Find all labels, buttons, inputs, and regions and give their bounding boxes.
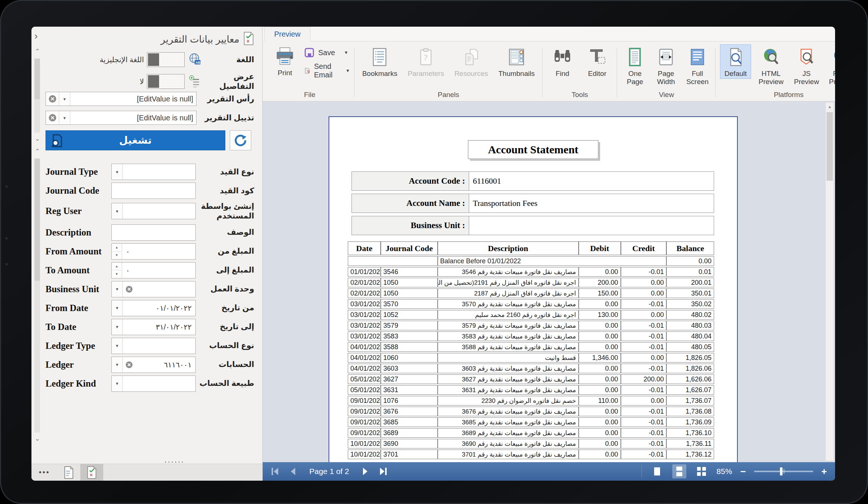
single-page-view-button[interactable] — [650, 464, 664, 478]
business-unit-combo[interactable]: ▾ — [111, 281, 196, 297]
next-page-button[interactable] — [362, 467, 368, 476]
js-preview-button[interactable]: JS Preview — [791, 44, 822, 87]
previous-page-button[interactable] — [290, 467, 296, 476]
clear-value-icon[interactable] — [46, 92, 59, 106]
panel-resize-grip[interactable]: ...... — [164, 458, 185, 461]
editor-button[interactable]: Editor — [582, 44, 613, 79]
scroll-up-icon[interactable]: ⌃ — [35, 47, 40, 55]
scroll-down-icon[interactable]: ⌄ — [35, 435, 40, 443]
find-button[interactable]: Find — [547, 44, 578, 79]
zoom-slider[interactable] — [754, 471, 813, 472]
last-page-button[interactable] — [379, 467, 387, 476]
to-date-picker[interactable]: ▾٣١/٠١/٢٠٢٢ — [111, 319, 196, 335]
scroll-up-icon[interactable]: ▲ — [826, 103, 834, 111]
thumbnails-button[interactable]: Thumbnails — [495, 44, 538, 79]
journal-type-ar-label: نوع القيد — [199, 167, 254, 177]
chevron-down-icon[interactable]: ▾ — [112, 319, 123, 335]
zoom-slider-thumb[interactable] — [780, 467, 783, 475]
chevron-down-icon[interactable]: ▼ — [346, 68, 350, 73]
flash-preview-button[interactable]: Flash Preview — [826, 44, 835, 87]
cell-date: 03/01/2022 — [348, 331, 381, 341]
from-amount-row: From Amount ▲▼٠ المبلغ من — [46, 243, 254, 260]
cell-description: مصاريف نقل فاتورة مبيعات نقدية رقم 3583 — [438, 331, 579, 341]
chevron-down-icon[interactable]: ▾ — [112, 300, 123, 316]
chevron-down-icon[interactable]: ▾ — [59, 92, 70, 106]
cell-credit: -0.01 — [621, 428, 667, 438]
tab-preview[interactable]: Preview — [264, 27, 310, 41]
report-footer-editor[interactable]: ▾ [EditValue is null] — [46, 111, 196, 125]
run-report-button[interactable]: تشغيل — [46, 130, 225, 150]
show-details-toggle[interactable] — [147, 74, 185, 89]
from-date-picker[interactable]: ▾٠١/٠١/٢٠٢٢ — [111, 300, 196, 316]
multi-page-view-button[interactable] — [694, 464, 709, 478]
chevron-down-icon[interactable]: ▾ — [112, 357, 123, 373]
to-amount-spinner[interactable]: ▲▼٠ — [111, 262, 196, 278]
chevron-down-icon[interactable]: ▼ — [344, 50, 349, 55]
cell-balance: 1,626.06 — [666, 374, 714, 384]
full-screen-button[interactable]: Full Screen — [684, 44, 711, 87]
bookmarks-button[interactable]: Bookmarks — [359, 44, 401, 79]
reg-user-combo[interactable]: ▾ — [111, 203, 196, 219]
default-preview-button[interactable]: Default — [720, 44, 751, 79]
run-report-label: تشغيل — [119, 134, 152, 146]
report-header-editor[interactable]: ▾ [EditValue is null] — [46, 92, 196, 106]
journal-code-input[interactable] — [111, 183, 196, 199]
save-icon — [304, 47, 314, 58]
scroll-down-icon[interactable]: ⌄ — [35, 135, 40, 143]
zoom-in-icon[interactable]: + — [821, 467, 827, 476]
clear-value-icon[interactable] — [123, 357, 135, 373]
transaction-row: 10/01/2022 3701 مصاريف نقل فاتورة مبيعات… — [348, 450, 714, 459]
collapse-panel-icon[interactable]: › — [34, 30, 38, 42]
language-row: اللغة الإنجليزية AB اللغة — [46, 52, 254, 67]
language-toggle[interactable] — [147, 52, 185, 67]
chevron-down-icon[interactable]: ▾ — [112, 338, 123, 354]
refresh-button[interactable] — [230, 130, 251, 150]
scrollbar-thumb[interactable] — [827, 112, 833, 181]
description-input[interactable] — [111, 224, 196, 241]
zoom-out-icon[interactable]: − — [740, 467, 746, 476]
transaction-row: 09/01/2022 3685 مصاريف نقل فاتورة مبيعات… — [348, 417, 714, 427]
chevron-down-icon[interactable]: ▾ — [112, 281, 123, 297]
clear-value-icon[interactable] — [123, 281, 135, 297]
document-map-tab[interactable] — [57, 464, 80, 481]
cell-description: اجره نقل فاتوره افاق المنزل رقم 2187 — [438, 288, 579, 298]
report-criteria-tab[interactable]: ✕ — [80, 464, 103, 481]
chevron-down-icon[interactable]: ▾ — [112, 164, 123, 180]
business-unit-label: Business Unit : — [351, 216, 469, 235]
more-panels-button[interactable]: ••• — [31, 464, 57, 481]
cell-description: مصاريف نقل فاتورة مبيعات نقدية رقم 3546 — [438, 267, 579, 277]
spin-buttons[interactable]: ▲▼ — [112, 244, 122, 259]
send-email-button[interactable]: Send Email ▼ — [304, 62, 350, 79]
report-info-block: Account Code : 6116001 Account Name : Tr… — [351, 171, 714, 235]
scrollbar-thumb[interactable] — [34, 158, 40, 281]
page-width-button[interactable]: Page Width — [652, 44, 680, 87]
clear-value-icon[interactable] — [46, 111, 59, 124]
continuous-view-button[interactable] — [672, 464, 686, 478]
one-page-button[interactable]: One Page — [622, 44, 648, 87]
first-page-button[interactable] — [271, 467, 279, 476]
bookmarks-icon — [370, 47, 390, 67]
print-button[interactable]: Print — [269, 44, 300, 78]
js-preview-label: JS Preview — [794, 70, 819, 86]
cell-description: اجره نقل فاتوره رقم 2160 محمد سليم — [438, 310, 579, 320]
journal-type-combo[interactable]: ▾ — [111, 164, 196, 180]
scrollbar-thumb[interactable] — [34, 59, 40, 99]
ledger-type-combo[interactable]: ▾ — [111, 338, 196, 354]
cell-date: 10/01/2022 — [348, 450, 381, 459]
html-preview-button[interactable]: HTML Preview — [755, 44, 787, 87]
ledger-ar-label: الحسابات — [199, 360, 254, 369]
chevron-down-icon[interactable]: ▾ — [112, 376, 123, 391]
spin-buttons[interactable]: ▲▼ — [112, 263, 122, 278]
description-ar-label: الوصف — [199, 227, 254, 237]
cell-credit: 0.00 — [621, 396, 667, 405]
from-amount-spinner[interactable]: ▲▼٠ — [111, 243, 196, 260]
page-navigation: Page 1 of 2 — [271, 467, 387, 476]
scroll-up-icon[interactable]: ⌃ — [35, 147, 40, 155]
chevron-down-icon[interactable]: ▾ — [112, 203, 123, 219]
chevron-down-icon[interactable]: ▾ — [59, 111, 70, 124]
preview-viewport[interactable]: Account Statement Account Code : 6116001… — [263, 101, 835, 462]
save-button[interactable]: Save ▼ — [304, 47, 350, 58]
preview-scrollbar[interactable]: ▲ — [825, 102, 834, 461]
ledger-kind-combo[interactable]: ▾ — [111, 376, 196, 392]
ledger-combo[interactable]: ▾٦١١٦٠٠١ — [111, 357, 196, 373]
